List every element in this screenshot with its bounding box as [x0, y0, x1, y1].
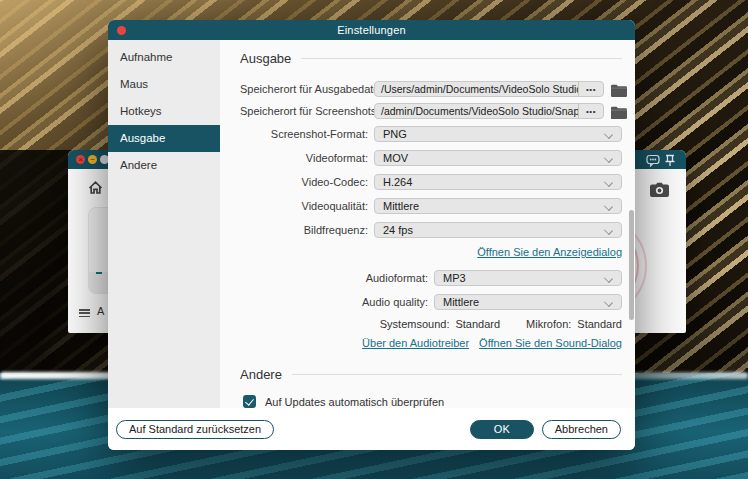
settings-dialog: Einstellungen Aufnahme Maus Hotkeys Ausg…	[108, 20, 635, 450]
open-screenshot-folder-icon[interactable]	[611, 105, 627, 118]
recorder-partial-label: A	[97, 305, 104, 317]
close-button[interactable]: ×	[76, 155, 85, 164]
dialog-title: Einstellungen	[337, 24, 406, 36]
settings-sidebar: Aufnahme Maus Hotkeys Ausgabe Andere	[108, 40, 220, 408]
sound-status-row: Systemsound: Standard Mikrofon: Standard	[240, 318, 622, 331]
video-codec-select[interactable]: H.264	[374, 174, 622, 190]
screenshot-path-label: Speicherort für Screenshots:	[240, 105, 368, 117]
systemsound-label: Systemsound:	[380, 318, 450, 331]
camera-icon[interactable]	[650, 182, 669, 197]
videoqualitaet-row: Videoqualität: Mittlere	[240, 198, 622, 214]
chevron-down-icon	[604, 154, 613, 163]
audioformat-select[interactable]: MP3	[434, 270, 622, 286]
output-path-row: Speicherort für Ausgabedateien: /Users/a…	[240, 81, 622, 97]
audio-quality-select[interactable]: Mittlere	[434, 294, 622, 310]
screenshot-format-select[interactable]: PNG	[374, 126, 622, 142]
updates-checkbox[interactable]	[243, 395, 256, 408]
minimize-button[interactable]: −	[88, 155, 97, 164]
mikrofon-label: Mikrofon:	[526, 318, 571, 331]
scrollbar-thumb[interactable]	[629, 210, 634, 320]
sidebar-item-hotkeys[interactable]: Hotkeys	[108, 98, 220, 125]
audioformat-row: Audioformat: MP3	[240, 270, 622, 286]
mikrofon-value: Standard	[577, 318, 622, 331]
chevron-down-icon	[604, 178, 613, 187]
videoformat-row: Videoformat: MOV	[240, 150, 622, 166]
audio-quality-row: Audio quality: Mittlere	[240, 294, 622, 310]
feedback-chat-icon[interactable]	[646, 153, 660, 166]
dialog-titlebar: Einstellungen	[108, 20, 635, 40]
chevron-down-icon	[604, 274, 613, 283]
browse-output-button[interactable]: •••	[578, 82, 603, 96]
home-icon[interactable]	[88, 180, 103, 195]
sidebar-item-maus[interactable]: Maus	[108, 71, 220, 98]
screenshot-path-row: Speicherort für Screenshots: /admin/Docu…	[240, 103, 622, 119]
output-path-field[interactable]: /Users/admin/Documents/VideoSolo Studio …	[374, 81, 604, 97]
bildfrequenz-select[interactable]: 24 fps	[374, 222, 622, 238]
updates-row: Auf Updates automatisch überprüfen	[240, 395, 622, 408]
open-sound-dialog-link[interactable]: Öffnen Sie den Sound-Dialog	[479, 337, 622, 350]
updates-checkbox-label: Auf Updates automatisch überprüfen	[265, 396, 444, 408]
close-button[interactable]	[117, 26, 126, 35]
section-title-andere: Andere	[240, 367, 282, 382]
section-rule	[301, 58, 622, 59]
section-title-ausgabe: Ausgabe	[240, 51, 291, 66]
video-codec-row: Video-Codec: H.264	[240, 174, 622, 190]
sidebar-item-aufnahme[interactable]: Aufnahme	[108, 44, 220, 71]
systemsound-value: Standard	[455, 318, 500, 331]
videoqualitaet-select[interactable]: Mittlere	[374, 198, 622, 214]
chevron-down-icon	[604, 130, 613, 139]
section-rule	[292, 374, 622, 375]
sidebar-item-andere[interactable]: Andere	[108, 152, 220, 179]
teal-dash	[96, 272, 102, 274]
audio-driver-link[interactable]: Über den Audiotreiber	[362, 337, 469, 350]
dialog-footer: Auf Standard zurücksetzen OK Abbrechen	[108, 408, 635, 450]
browse-screenshot-button[interactable]: •••	[578, 104, 603, 118]
videoformat-select[interactable]: MOV	[374, 150, 622, 166]
chevron-down-icon	[604, 202, 613, 211]
sidebar-item-ausgabe[interactable]: Ausgabe	[108, 125, 220, 152]
settings-content: Ausgabe Speicherort für Ausgabedateien: …	[220, 40, 635, 408]
reset-defaults-button[interactable]: Auf Standard zurücksetzen	[116, 420, 274, 439]
screenshot-path-field[interactable]: /admin/Documents/VideoSolo Studio/Snapsh…	[374, 103, 604, 119]
menu-icon[interactable]	[79, 309, 90, 317]
open-output-folder-icon[interactable]	[611, 83, 627, 96]
screenshot-format-row: Screenshot-Format: PNG	[240, 126, 622, 142]
bildfrequenz-row: Bildfrequenz: 24 fps	[240, 222, 622, 238]
desktop: × − A	[0, 0, 748, 479]
output-path-label: Speicherort für Ausgabedateien:	[240, 83, 368, 95]
pin-icon[interactable]	[663, 153, 677, 166]
chevron-down-icon	[604, 226, 613, 235]
cancel-button[interactable]: Abbrechen	[542, 420, 621, 439]
ok-button[interactable]: OK	[470, 420, 534, 439]
open-display-dialog-link[interactable]: Öffnen Sie den Anzeigedialog	[477, 246, 622, 258]
chevron-down-icon	[604, 298, 613, 307]
